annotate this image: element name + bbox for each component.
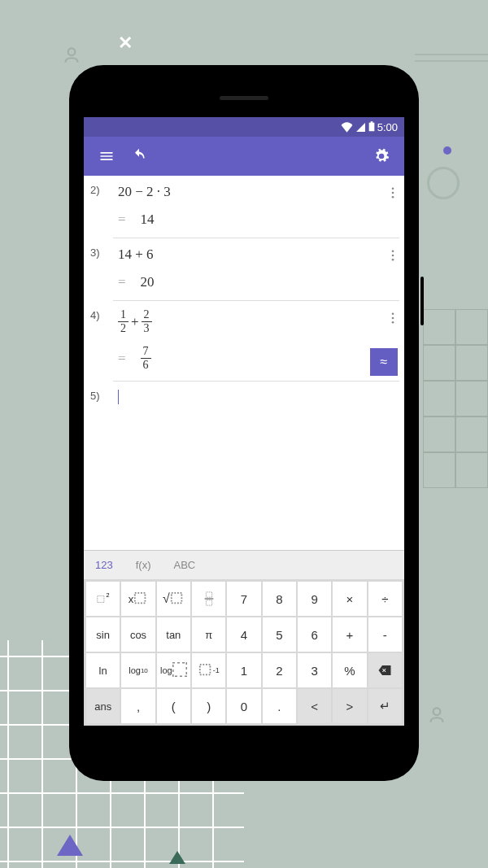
svg-point-29 xyxy=(392,312,394,315)
key-sin[interactable]: sin xyxy=(86,617,120,652)
row-number: 3) xyxy=(90,243,113,301)
key-ln[interactable]: ln xyxy=(86,653,120,687)
svg-point-28 xyxy=(392,259,394,261)
svg-point-27 xyxy=(392,255,394,257)
svg-point-30 xyxy=(392,317,394,320)
svg-point-26 xyxy=(392,250,394,252)
key-3[interactable]: 3 xyxy=(298,653,331,687)
expression: 12 + 23 xyxy=(113,306,399,338)
hamburger-icon xyxy=(98,148,115,164)
calculation-list[interactable]: 2) 20 − 2 · 3 = 14 3) xyxy=(84,176,404,550)
calc-row[interactable]: 5) xyxy=(84,382,404,414)
settings-button[interactable] xyxy=(365,140,398,172)
tab-fx[interactable]: f(x) xyxy=(124,551,163,579)
key-6[interactable]: 6 xyxy=(298,617,331,652)
svg-rect-38 xyxy=(206,600,211,605)
keyboard-tabs: 123 f(x) ABC xyxy=(84,550,404,579)
bg-decoration xyxy=(415,49,488,67)
svg-rect-40 xyxy=(199,665,210,675)
undo-icon xyxy=(131,148,147,164)
key-logn[interactable]: log xyxy=(157,653,190,687)
key-8[interactable]: 8 xyxy=(263,582,296,616)
key-sqrt[interactable]: √ xyxy=(157,582,190,616)
key-fraction[interactable] xyxy=(192,582,225,616)
bg-person-icon xyxy=(61,45,82,66)
wifi-icon xyxy=(341,122,353,133)
bg-decoration xyxy=(57,835,83,856)
undo-button[interactable] xyxy=(123,140,155,172)
svg-rect-39 xyxy=(172,662,187,677)
expression: 20 − 2 · 3 xyxy=(113,181,399,203)
key-power[interactable]: x xyxy=(121,582,155,616)
key-divide[interactable]: ÷ xyxy=(368,582,402,616)
row-more-button[interactable] xyxy=(388,309,398,330)
svg-point-25 xyxy=(392,196,394,198)
clock: 5:00 xyxy=(377,121,398,133)
key-multiply[interactable]: × xyxy=(333,582,366,616)
expression-input[interactable] xyxy=(113,386,399,408)
key-rparen[interactable]: ) xyxy=(192,689,225,723)
signal-icon xyxy=(355,122,366,133)
tab-123[interactable]: 123 xyxy=(84,551,124,579)
svg-rect-34 xyxy=(135,593,146,604)
status-bar: 5:00 xyxy=(84,117,404,137)
key-log10[interactable]: log10 xyxy=(121,653,155,687)
bg-decoration xyxy=(169,851,185,864)
key-4[interactable]: 4 xyxy=(227,617,260,652)
svg-point-23 xyxy=(392,187,394,190)
row-number: 2) xyxy=(90,181,113,238)
key-comma[interactable]: , xyxy=(121,689,155,723)
row-more-button[interactable] xyxy=(388,246,398,268)
key-minus[interactable]: - xyxy=(368,617,402,652)
key-0[interactable]: 0 xyxy=(227,689,260,723)
calc-row[interactable]: 2) 20 − 2 · 3 = 14 xyxy=(84,176,404,238)
backspace-icon xyxy=(377,663,392,678)
phone-frame: 5:00 2) 20 − 2 · 3 xyxy=(69,65,419,781)
result: = 76 xyxy=(113,338,399,374)
svg-rect-35 xyxy=(172,593,182,604)
gear-icon xyxy=(373,148,390,164)
calc-row[interactable]: 3) 14 + 6 = 20 xyxy=(84,238,404,301)
key-plus[interactable]: + xyxy=(333,617,366,652)
key-left[interactable]: < xyxy=(298,689,331,723)
key-2[interactable]: 2 xyxy=(263,653,296,687)
result: = 20 xyxy=(113,266,399,294)
key-9[interactable]: 9 xyxy=(298,582,331,616)
row-more-button[interactable] xyxy=(388,184,398,205)
battery-icon xyxy=(368,121,375,133)
key-dot[interactable]: . xyxy=(263,689,296,723)
app-bar xyxy=(84,137,404,176)
more-vert-icon xyxy=(391,187,394,198)
svg-point-31 xyxy=(392,321,394,324)
keyboard: 2 x √ 7 8 9 × ÷ sin cos tan π 4 5 xyxy=(84,579,404,726)
bg-decoration: ✕ xyxy=(118,33,133,54)
approximate-button[interactable]: ≈ xyxy=(370,348,398,376)
expression: 14 + 6 xyxy=(113,243,399,266)
more-vert-icon xyxy=(391,312,394,324)
key-enter[interactable]: ↵ xyxy=(368,689,402,723)
bg-decoration xyxy=(427,167,460,199)
key-inverse[interactable]: -1 xyxy=(192,653,225,687)
menu-button[interactable] xyxy=(90,140,123,172)
key-ans[interactable]: ans xyxy=(86,689,120,723)
key-square[interactable]: 2 xyxy=(86,582,120,616)
more-vert-icon xyxy=(391,250,394,261)
key-tan[interactable]: tan xyxy=(157,617,190,652)
key-lparen[interactable]: ( xyxy=(157,689,190,723)
svg-text:2: 2 xyxy=(106,591,109,599)
svg-rect-32 xyxy=(97,595,103,602)
svg-point-24 xyxy=(392,192,394,194)
key-right[interactable]: > xyxy=(333,689,366,723)
key-5[interactable]: 5 xyxy=(263,617,296,652)
key-cos[interactable]: cos xyxy=(121,617,155,652)
key-pi[interactable]: π xyxy=(192,617,225,652)
result: = 14 xyxy=(113,203,399,231)
key-percent[interactable]: % xyxy=(333,653,366,687)
key-7[interactable]: 7 xyxy=(227,582,260,616)
key-1[interactable]: 1 xyxy=(227,653,260,687)
row-number: 5) xyxy=(90,386,113,414)
key-backspace[interactable] xyxy=(368,653,402,687)
calc-row[interactable]: 4) 12 + 23 = 76 xyxy=(84,301,404,382)
tab-abc[interactable]: ABC xyxy=(162,551,207,579)
bg-person-icon xyxy=(426,704,447,726)
